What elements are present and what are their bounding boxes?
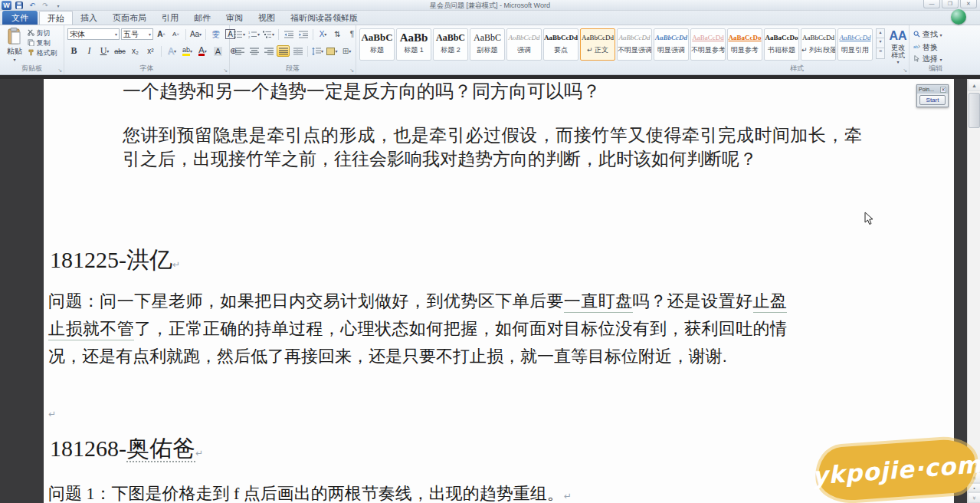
paragraph-dialog-launcher[interactable]: ↘ <box>349 67 354 74</box>
sort-button[interactable]: ⇅ <box>331 28 344 40</box>
change-styles-button[interactable]: AA 更改样式 ▾ <box>888 28 908 64</box>
font-size-combo[interactable]: 五号▾ <box>121 28 153 40</box>
tab-review[interactable]: 审阅 <box>218 11 251 25</box>
style-item-intense-quote[interactable]: AaBbCcDd明显引用 <box>837 28 873 61</box>
foxit-floating-icon[interactable] <box>951 9 966 25</box>
tab-references[interactable]: 引用 <box>154 11 186 25</box>
style-item-heading2[interactable]: AaBbC标题 2 <box>433 28 468 61</box>
font-name-combo[interactable]: 宋体▾ <box>67 28 120 40</box>
chevron-down-icon: ▾ <box>940 33 942 38</box>
text-highlight-button[interactable]: ab▾ <box>181 45 194 57</box>
multilevel-list-button[interactable]: ▾ <box>262 28 275 40</box>
para3-segment: 了，正常正确的持单过程，心理状态如何把握，如何面对目标位没有到，获利回吐的情况，… <box>48 319 787 366</box>
style-item-keypoints[interactable]: AaBbCcDd要点 <box>543 28 578 61</box>
style-item-subtle-reference[interactable]: AaBaCcDd不明显参考 <box>690 28 726 61</box>
next-page-button[interactable]: » <box>968 492 980 503</box>
style-item-intense-emphasis[interactable]: AaBbCcDd明显强调 <box>654 28 689 61</box>
decrease-indent-button[interactable] <box>282 28 295 40</box>
scroll-up-button[interactable]: ▲ <box>968 79 980 91</box>
copy-icon <box>28 39 34 46</box>
format-painter-icon <box>28 49 34 56</box>
line-spacing-button[interactable]: ▾ <box>311 45 324 57</box>
justify-button[interactable] <box>277 45 290 57</box>
style-item-normal[interactable]: AaBbCcDd↵ 正文 <box>580 28 615 61</box>
floating-widget-title: Poin... <box>919 87 934 92</box>
style-item-title[interactable]: AaBbC标题 <box>359 28 395 61</box>
restore-button[interactable]: ❐ <box>942 0 959 8</box>
pinyin-guide-button[interactable]: 雯 <box>209 28 222 40</box>
shading-button[interactable]: ▾ <box>326 45 339 57</box>
tab-foxit-reader[interactable]: 福昕阅读器领鲜版 <box>283 11 365 25</box>
numbering-button[interactable]: 12▾ <box>247 28 261 40</box>
clipboard-dialog-launcher[interactable]: ↘ <box>57 67 62 74</box>
font-dialog-launcher[interactable]: ↘ <box>223 67 228 74</box>
close-button[interactable]: ✕ <box>960 0 977 8</box>
scrollbar-thumb[interactable] <box>969 93 980 128</box>
subscript-button[interactable]: x₂ <box>129 45 142 57</box>
select-browse-object-button[interactable]: • <box>968 483 980 492</box>
tab-home[interactable]: 开始 <box>39 11 73 25</box>
numbering-icon: 12 <box>248 31 257 38</box>
style-item-book-title[interactable]: AaBaCcDo书籍标题 <box>764 28 799 61</box>
heading-text: 181225-洪亿 <box>50 247 172 272</box>
start-button[interactable]: Start <box>919 95 946 105</box>
cut-button[interactable]: 剪切 <box>28 28 64 38</box>
style-item-list-paragraph[interactable]: AaBbCcDd↵ 列出段落 <box>801 28 836 61</box>
tab-page-layout[interactable]: 页面布局 <box>105 11 154 25</box>
style-item-subtle-emphasis[interactable]: AaBbCcDd不明显强调 <box>617 28 652 61</box>
replace-button[interactable]: ab 替换 <box>913 41 942 53</box>
minimize-button[interactable]: — <box>923 0 940 8</box>
font-color-button[interactable]: A▾ <box>196 45 209 57</box>
scissors-icon <box>28 29 34 36</box>
bullets-button[interactable]: ▾ <box>233 28 246 40</box>
tab-file[interactable]: 文件 <box>2 11 38 25</box>
strikethrough-button[interactable]: abc <box>113 45 126 57</box>
underline-button[interactable]: U▾ <box>98 45 111 57</box>
floating-widget-close-icon[interactable]: ✕ <box>940 87 946 93</box>
align-right-button[interactable] <box>262 45 275 57</box>
find-button[interactable]: 查找 ▾ <box>913 28 942 41</box>
grow-font-button[interactable]: A˄ <box>155 28 168 40</box>
gallery-scroll-up-button[interactable]: ▴ <box>876 28 885 38</box>
floating-widget[interactable]: Poin... ✕ Start <box>916 84 949 107</box>
align-center-button[interactable] <box>247 45 261 57</box>
borders-button[interactable]: ⊞▾ <box>340 45 353 57</box>
format-painter-button[interactable]: 格式刷 <box>28 48 64 58</box>
font-group-label: 字体 <box>64 64 229 74</box>
gallery-more-button[interactable]: ≡ <box>876 48 885 59</box>
superscript-button[interactable]: x² <box>144 45 157 57</box>
style-item-subtitle[interactable]: AaBbC副标题 <box>470 28 505 61</box>
copy-button[interactable]: 复制 <box>28 38 64 48</box>
asian-layout-button[interactable]: X▾ <box>316 28 329 40</box>
document-page[interactable]: 一个趋势和另一个趋势一定是反方向的吗？同方向可以吗？ 您讲到预留隐患是牵引点的形… <box>44 79 954 503</box>
style-item-heading1[interactable]: AaBb标题 1 <box>396 28 431 61</box>
increase-indent-button[interactable] <box>297 28 310 40</box>
floating-widget-titlebar[interactable]: Poin... ✕ <box>917 85 948 94</box>
align-left-button[interactable] <box>233 45 246 57</box>
style-label: 标题 <box>360 45 394 55</box>
style-item-intense-reference[interactable]: AaBaCcDo明显参考 <box>727 28 762 61</box>
vertical-scrollbar[interactable]: ▲ ▼ « • » <box>967 79 980 503</box>
doc-heading-1: 181225-洪亿↵ <box>50 245 180 276</box>
style-label: 要点 <box>544 45 578 55</box>
tab-view[interactable]: 视图 <box>251 11 283 25</box>
tab-insert[interactable]: 插入 <box>73 11 105 25</box>
styles-dialog-launcher[interactable]: ↘ <box>903 67 907 74</box>
character-shading-button[interactable]: A <box>211 45 225 57</box>
distribute-button[interactable] <box>291 45 304 57</box>
superscript-icon: x² <box>147 47 153 55</box>
para3-segment: 吗？还是设置好 <box>633 291 753 311</box>
clipboard-icon <box>7 28 22 46</box>
style-item-emphasis[interactable]: AoBbCcDd强调 <box>506 28 542 61</box>
paste-button[interactable]: 粘贴 ▾ <box>3 28 26 64</box>
text-effects-button[interactable]: A▾ <box>166 45 179 57</box>
paste-dropdown-icon[interactable]: ▾ <box>3 57 26 62</box>
italic-button[interactable]: I <box>83 45 96 57</box>
change-case-button[interactable]: Aa▾ <box>189 28 202 40</box>
bold-button[interactable]: B <box>67 45 80 57</box>
tab-mailings[interactable]: 邮件 <box>186 11 218 25</box>
increase-indent-icon <box>299 31 308 38</box>
gallery-scroll-down-button[interactable]: ▾ <box>876 38 885 48</box>
shrink-font-button[interactable]: A˅ <box>169 28 182 40</box>
style-label: 标题 1 <box>397 45 431 55</box>
